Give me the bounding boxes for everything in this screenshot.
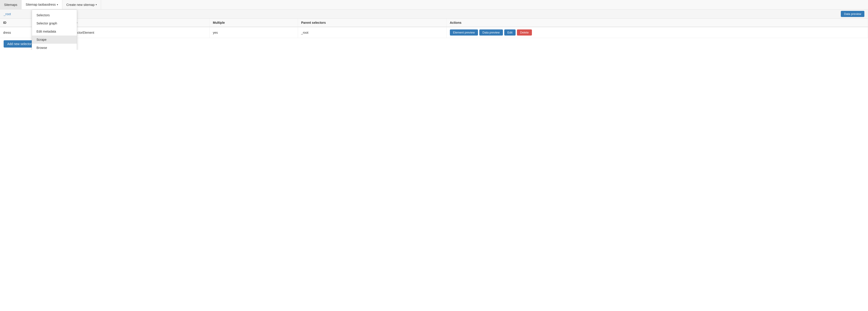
row-data-preview-button[interactable]: Data preview <box>479 29 503 36</box>
create-new-sitemap-nav-item[interactable]: Create new sitemap ▾ <box>62 0 101 9</box>
dropdown-item-edit-metadata[interactable]: Edit metadata <box>32 27 77 36</box>
dropdown-caret-icon: ▾ <box>57 3 58 6</box>
table-body: dress SelectorElement yes _root Element … <box>0 27 868 38</box>
actions-cell: Element preview Data preview Edit Delete <box>450 29 865 36</box>
delete-button[interactable]: Delete <box>517 29 532 36</box>
add-new-selector-button[interactable]: Add new selector <box>4 40 35 47</box>
selectors-table-container: ID type Multiple Parent selectors Action… <box>0 19 868 38</box>
sitemaps-label: Sitemaps <box>4 3 17 7</box>
content-area: ID type Multiple Parent selectors Action… <box>0 19 868 50</box>
sitemap-dropdown-menu: Selectors Selector graph Edit metadata S… <box>32 9 77 50</box>
dropdown-item-scrape[interactable]: Scrape <box>32 36 77 44</box>
dropdown-item-selector-graph[interactable]: Selector graph <box>32 19 77 27</box>
table-row: dress SelectorElement yes _root Element … <box>0 27 868 38</box>
cell-multiple: yes <box>210 27 298 38</box>
table-header: ID type Multiple Parent selectors Action… <box>0 19 868 27</box>
root-breadcrumb-link[interactable]: _root <box>4 12 11 16</box>
create-new-label: Create new sitemap <box>66 3 95 7</box>
col-header-parent-selectors: Parent selectors <box>298 19 446 27</box>
element-preview-button[interactable]: Element preview <box>450 29 478 36</box>
edit-button[interactable]: Edit <box>504 29 516 36</box>
cell-parent-selectors: _root <box>298 27 446 38</box>
breadcrumb-bar: _root Data preview <box>0 9 868 19</box>
dropdown-item-browse[interactable]: Browse <box>32 44 77 50</box>
create-new-caret-icon: ▾ <box>96 3 97 6</box>
selectors-table: ID type Multiple Parent selectors Action… <box>0 19 868 38</box>
col-header-type: type <box>67 19 209 27</box>
dropdown-item-selectors[interactable]: Selectors <box>32 11 77 19</box>
cell-type: SelectorElement <box>67 27 209 38</box>
sitemap-dropdown-label: Sitemap taobaodress <box>26 3 56 6</box>
table-header-row: ID type Multiple Parent selectors Action… <box>0 19 868 27</box>
col-header-actions: Actions <box>446 19 868 27</box>
data-preview-button[interactable]: Data preview <box>841 11 864 17</box>
sitemaps-nav-item[interactable]: Sitemaps <box>0 0 22 9</box>
cell-actions: Element preview Data preview Edit Delete <box>446 27 868 38</box>
navbar: Sitemaps Sitemap taobaodress ▾ Create ne… <box>0 0 868 9</box>
col-header-multiple: Multiple <box>210 19 298 27</box>
sitemap-dropdown-nav-item[interactable]: Sitemap taobaodress ▾ <box>22 0 62 9</box>
